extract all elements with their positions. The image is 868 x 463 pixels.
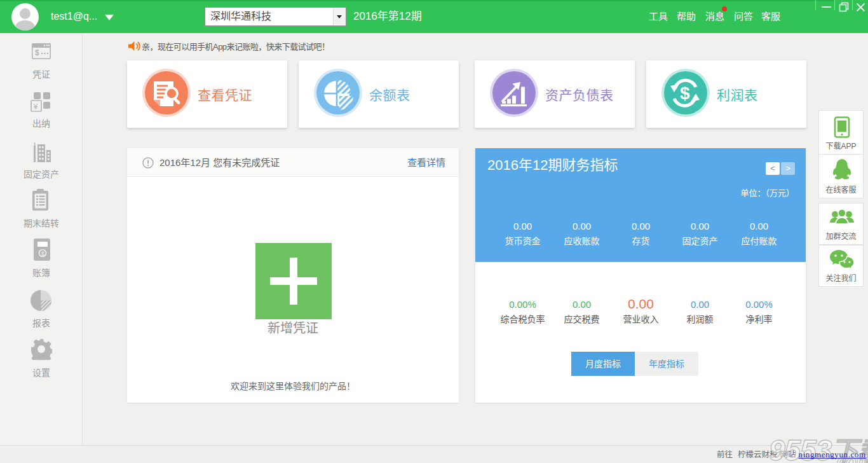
svg-text:$: $ (680, 83, 690, 103)
